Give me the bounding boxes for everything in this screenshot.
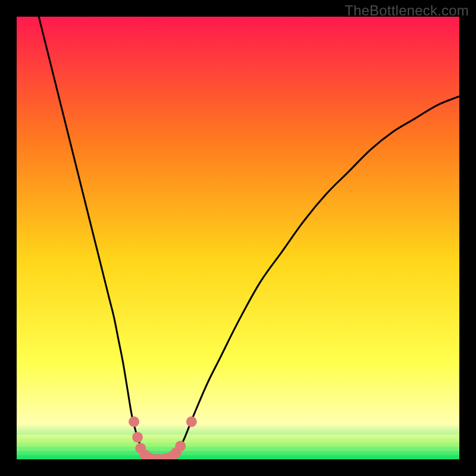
svg-rect-4 (17, 451, 459, 455)
curve-marker (132, 432, 143, 443)
watermark-text: TheBottleneck.com (345, 2, 469, 19)
svg-rect-0 (17, 434, 459, 439)
svg-rect-3 (17, 447, 459, 451)
curve-marker (175, 441, 186, 452)
bottom-stripes (17, 434, 459, 459)
svg-rect-1 (17, 439, 459, 443)
svg-rect-2 (17, 443, 459, 447)
svg-rect-5 (17, 455, 459, 459)
chart-svg (17, 17, 459, 459)
plot-area (17, 17, 459, 459)
curve-marker (129, 416, 139, 427)
outer-frame: TheBottleneck.com (0, 0, 476, 476)
curve-marker (186, 416, 197, 427)
gradient-background (17, 17, 459, 459)
